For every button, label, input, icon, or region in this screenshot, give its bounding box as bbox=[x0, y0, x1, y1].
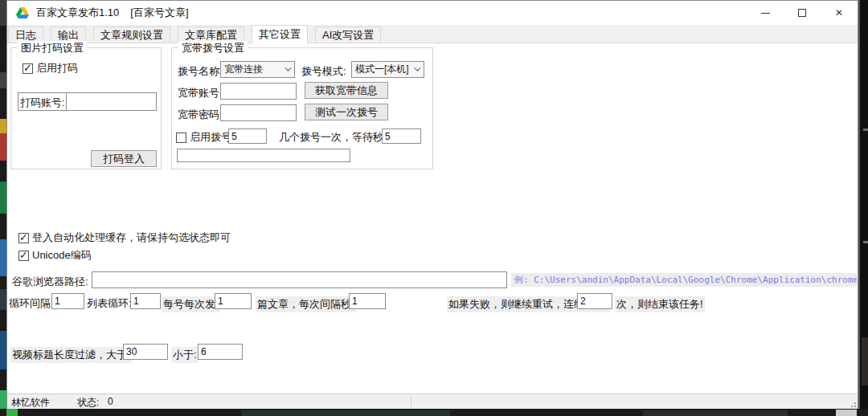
enable-dial-checkbox[interactable] bbox=[176, 133, 186, 143]
close-button[interactable]: ✕ bbox=[821, 1, 858, 25]
loop-interval-label: 循环间隔: bbox=[9, 296, 54, 311]
video-title-greater-input[interactable] bbox=[123, 344, 168, 360]
broadband-dial-group: 宽带拨号设置 拨号名称: 宽带连接 拨号模式: 模式一[本机] 宽带账号: 获取… bbox=[171, 47, 433, 169]
dial-extra-input[interactable] bbox=[177, 149, 350, 162]
get-broadband-info-button[interactable]: 获取宽带信息 bbox=[305, 82, 388, 99]
article-gap-input[interactable] bbox=[349, 293, 386, 309]
chevron-down-icon bbox=[285, 64, 291, 71]
list-loop-input[interactable] bbox=[130, 293, 161, 309]
test-dial-button[interactable]: 测试一次拨号 bbox=[305, 104, 388, 120]
dial-name-select[interactable]: 宽带连接 bbox=[220, 61, 295, 78]
video-title-less-label: 小于: bbox=[171, 347, 199, 363]
dial-mode-value: 模式一[本机] bbox=[355, 63, 409, 76]
broadband-password-input[interactable] bbox=[220, 104, 297, 121]
tab-output[interactable]: 输出 bbox=[51, 27, 86, 43]
app-window: 百家文章发布1.10 [百家号文章] ✕ 日志 输出 文章规则设置 文章库配置 … bbox=[6, 0, 858, 409]
tab-ai-rewrite[interactable]: AI改写设置 bbox=[315, 27, 381, 43]
captcha-login-button[interactable]: 打码登入 bbox=[91, 150, 157, 167]
enable-captcha-checkbox[interactable] bbox=[23, 63, 33, 74]
video-title-filter-label: 视频标题长度过滤，大于: bbox=[10, 347, 132, 363]
maximize-icon bbox=[798, 9, 806, 17]
dial-mode-select[interactable]: 模式一[本机] bbox=[351, 61, 424, 78]
title-bar: 百家文章发布1.10 [百家号文章] ✕ bbox=[7, 1, 858, 25]
statusbar-divider bbox=[411, 395, 411, 409]
resize-grip[interactable] bbox=[848, 399, 856, 407]
unicode-checkbox[interactable] bbox=[18, 251, 29, 261]
cache-checkbox-label: 登入自动化处理缓存，请保持勾选状态即可 bbox=[32, 230, 231, 245]
browser-path-label: 谷歌浏览器路径: bbox=[12, 275, 88, 289]
list-loop-label: 列表循环: bbox=[87, 296, 132, 311]
tab-article-library[interactable]: 文章库配置 bbox=[178, 27, 244, 43]
captcha-settings-group: 图片打码设置 启用打码 打码账号: 打码登入 bbox=[10, 47, 162, 169]
chevron-down-icon bbox=[414, 64, 420, 71]
browser-path-input[interactable] bbox=[92, 271, 507, 288]
dial-wait-input[interactable] bbox=[382, 128, 421, 144]
enable-dial-label: 启用拨号 bbox=[190, 130, 231, 145]
other-settings-panel: 图片打码设置 启用打码 打码账号: 打码登入 宽带拨号设置 拨号名称: 宽带连接… bbox=[7, 43, 858, 394]
article-gap-label: 篇文章，每次间隔秒: bbox=[256, 296, 356, 312]
tab-other-settings[interactable]: 其它设置 bbox=[252, 25, 308, 43]
fail-retry-input[interactable] bbox=[577, 293, 612, 309]
status-bar: 林忆软件 状态: 0 bbox=[7, 394, 858, 409]
loop-interval-input[interactable] bbox=[51, 293, 84, 309]
desktop-background-right bbox=[858, 0, 868, 416]
status-label: 状态: bbox=[77, 396, 99, 410]
window-title: 百家文章发布1.10 bbox=[36, 6, 119, 20]
close-icon: ✕ bbox=[835, 7, 843, 18]
dial-name-label: 拨号名称: bbox=[178, 64, 223, 79]
per-account-send-input[interactable] bbox=[215, 293, 252, 309]
window-subtitle: [百家号文章] bbox=[130, 6, 188, 20]
dial-batch-input[interactable] bbox=[228, 128, 267, 144]
enable-captcha-label: 启用打码 bbox=[36, 61, 78, 75]
brand-label: 林忆软件 bbox=[11, 396, 50, 410]
desktop-background-left bbox=[0, 0, 6, 416]
captcha-account-label: 打码账号: bbox=[18, 93, 66, 110]
minimize-icon bbox=[761, 13, 770, 14]
captcha-group-title: 图片打码设置 bbox=[18, 41, 87, 55]
app-icon bbox=[16, 6, 29, 19]
status-value: 0 bbox=[108, 396, 113, 407]
fail-retry-suffix-label: 次，则结束该任务! bbox=[615, 296, 705, 312]
desktop-background-bottom bbox=[0, 409, 868, 416]
tab-strip: 日志 输出 文章规则设置 文章库配置 其它设置 AI改写设置 bbox=[7, 25, 858, 43]
unicode-checkbox-label: Unicode编码 bbox=[32, 248, 92, 263]
dial-group-title: 宽带拨号设置 bbox=[178, 41, 248, 55]
tab-log[interactable]: 日志 bbox=[8, 27, 43, 43]
dial-mode-label: 拨号模式: bbox=[301, 64, 346, 79]
dial-name-value: 宽带连接 bbox=[224, 63, 263, 76]
tab-article-rules[interactable]: 文章规则设置 bbox=[93, 27, 170, 43]
browser-path-example: 例: C:\Users\andin\AppData\Local\Google\C… bbox=[511, 273, 857, 287]
broadband-account-input[interactable] bbox=[220, 83, 297, 100]
cache-checkbox[interactable] bbox=[18, 233, 29, 243]
per-account-send-label: 每号每次发: bbox=[162, 296, 220, 312]
minimize-button[interactable] bbox=[747, 1, 784, 25]
broadband-account-label: 宽带账号: bbox=[178, 86, 223, 100]
dial-wait-label: 几个拨号一次，等待秒: bbox=[279, 130, 387, 145]
maximize-button[interactable] bbox=[784, 1, 821, 25]
captcha-account-input[interactable] bbox=[66, 93, 156, 110]
captcha-account-field: 打码账号: bbox=[18, 92, 157, 111]
video-title-less-input[interactable] bbox=[198, 344, 243, 360]
broadband-password-label: 宽带密码: bbox=[178, 108, 223, 122]
